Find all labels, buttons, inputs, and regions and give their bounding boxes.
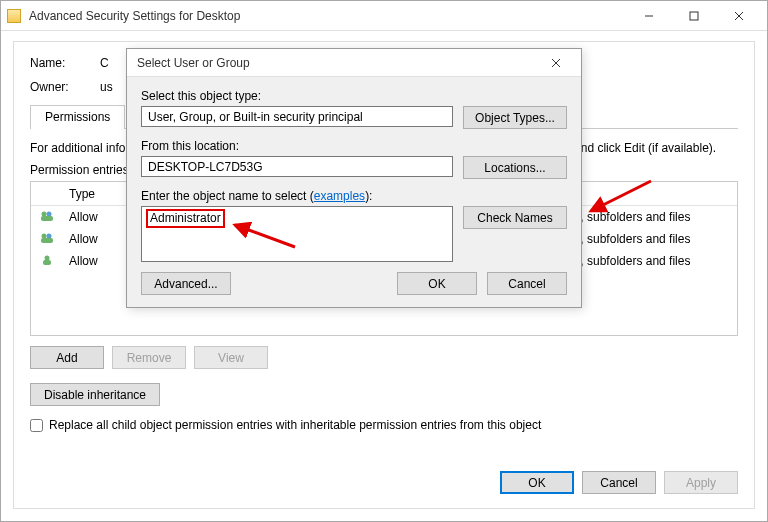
object-name-highlight: Administrator	[146, 209, 225, 228]
owner-label: Owner:	[30, 80, 100, 94]
name-label: Name:	[30, 56, 100, 70]
object-type-label: Select this object type:	[141, 89, 567, 103]
svg-point-10	[45, 255, 50, 260]
cancel-button[interactable]: Cancel	[582, 471, 656, 494]
minimize-button[interactable]	[626, 2, 671, 30]
tab-permissions[interactable]: Permissions	[30, 105, 125, 129]
object-type-field	[141, 106, 453, 127]
users-icon	[39, 232, 55, 244]
svg-point-4	[42, 211, 47, 216]
users-icon	[39, 210, 55, 222]
enter-object-label: Enter the object name to select (example…	[141, 189, 567, 203]
advanced-button[interactable]: Advanced...	[141, 272, 231, 295]
dialog-titlebar: Select User or Group	[127, 49, 581, 77]
svg-point-7	[42, 233, 47, 238]
svg-rect-6	[41, 216, 53, 221]
dialog-cancel-button[interactable]: Cancel	[487, 272, 567, 295]
dialog-ok-button[interactable]: OK	[397, 272, 477, 295]
svg-point-8	[47, 233, 52, 238]
window-title: Advanced Security Settings for Desktop	[29, 9, 626, 23]
add-button[interactable]: Add	[30, 346, 104, 369]
dialog-title: Select User or Group	[137, 56, 541, 70]
folder-icon	[7, 9, 21, 23]
svg-rect-11	[43, 260, 51, 265]
user-icon	[39, 254, 55, 266]
check-names-button[interactable]: Check Names	[463, 206, 567, 229]
ok-button[interactable]: OK	[500, 471, 574, 494]
replace-checkbox[interactable]	[30, 419, 43, 432]
select-user-dialog: Select User or Group Select this object …	[126, 48, 582, 308]
svg-point-5	[47, 211, 52, 216]
name-value: C	[100, 56, 109, 70]
object-types-button[interactable]: Object Types...	[463, 106, 567, 129]
examples-link[interactable]: examples	[314, 189, 365, 203]
svg-rect-9	[41, 238, 53, 243]
view-button: View	[194, 346, 268, 369]
dialog-close-button[interactable]	[541, 55, 571, 71]
maximize-button[interactable]	[671, 2, 716, 30]
close-button[interactable]	[716, 2, 761, 30]
col-type[interactable]: Type	[61, 187, 121, 201]
disable-inheritance-button[interactable]: Disable inheritance	[30, 383, 160, 406]
svg-rect-1	[690, 12, 698, 20]
location-label: From this location:	[141, 139, 567, 153]
apply-button: Apply	[664, 471, 738, 494]
owner-value: us	[100, 80, 113, 94]
window-titlebar: Advanced Security Settings for Desktop	[1, 1, 767, 31]
remove-button: Remove	[112, 346, 186, 369]
locations-button[interactable]: Locations...	[463, 156, 567, 179]
object-name-input[interactable]: Administrator	[141, 206, 453, 262]
location-field	[141, 156, 453, 177]
replace-label: Replace all child object permission entr…	[49, 418, 541, 432]
